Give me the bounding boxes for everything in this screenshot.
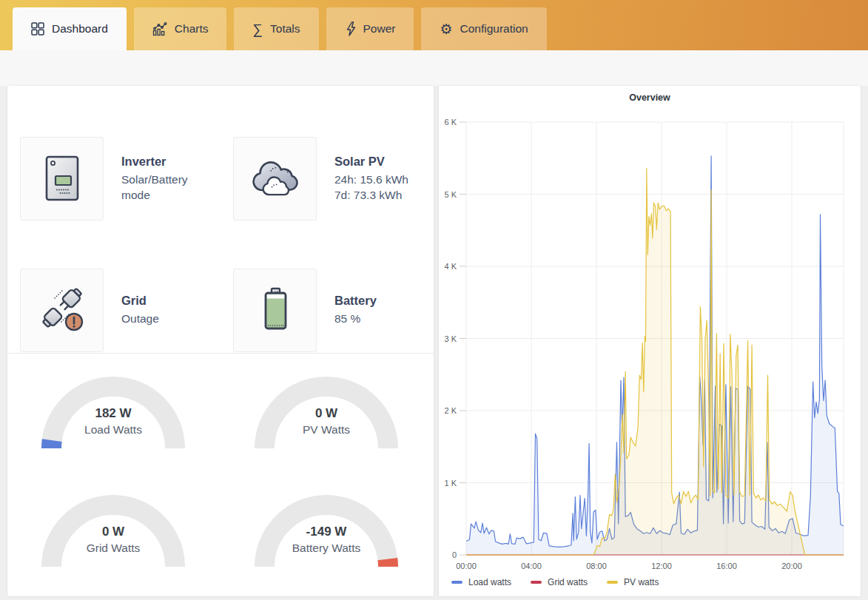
legend-label: Load watts [468,577,511,587]
tab-bar: Dashboard Charts ∑ Totals Power [0,0,868,50]
grid-watts-swatch [531,581,542,584]
device-line: Outage [121,311,159,326]
device-title: Inverter [121,155,188,169]
load-watts-gauge: 182 W Load Watts [39,374,187,449]
gauge-label: Load Watts [39,423,187,436]
gauge-label: Grid Watts [39,542,187,555]
inverter-card[interactable]: Inverter Solar/Battery mode [7,112,221,244]
battery-icon [233,269,317,352]
legend-label: Grid watts [548,577,588,587]
solar-dashboard-app: Dashboard Charts ∑ Totals Power [0,0,868,600]
device-line: 24h: 15.6 kWh [334,172,408,187]
grid-card[interactable]: Grid Outage [7,244,221,376]
solar-cloud-icon [233,137,317,220]
device-title: Battery [334,294,377,308]
gauge-label: Battery Watts [252,542,400,555]
battery-watts-gauge: -149 W Battery Watts [252,492,400,567]
svg-text:4 K: 4 K [444,262,457,271]
dashboard-grid-icon [31,22,44,36]
gauge-value: -149 W [252,525,400,539]
subheader-strip [0,50,868,86]
sigma-icon: ∑ [252,22,263,36]
tab-label: Power [363,22,396,36]
lightning-icon [345,21,356,36]
device-title: Grid [121,294,159,308]
gauge-value: 0 W [252,406,400,421]
tab-label: Dashboard [52,22,108,36]
device-title: Solar PV [334,155,408,169]
tab-label: Totals [270,22,300,36]
svg-text:04:00: 04:00 [521,562,542,570]
svg-text:6 K: 6 K [444,118,457,127]
load-watts-swatch [451,581,462,584]
svg-text:12:00: 12:00 [651,562,672,570]
solar-pv-card[interactable]: Solar PV 24h: 15.6 kWh 7d: 73.3 kWh [221,112,434,244]
time-series-chart[interactable]: 01 K2 K3 K4 K5 K6 K00:0004:0008:0012:001… [439,86,861,596]
tab-configuration[interactable]: ⚙ Configuration [421,7,546,50]
tab-label: Charts [175,22,209,36]
svg-text:1 K: 1 K [444,479,457,488]
svg-text:16:00: 16:00 [716,562,737,570]
gear-icon: ⚙ [440,22,452,36]
legend-item-load-watts[interactable]: Load watts [451,577,511,587]
gauge-label: PV Watts [252,423,400,436]
device-line: mode [121,187,188,203]
tab-charts[interactable]: Charts [134,7,227,50]
pv-watts-gauge: 0 W PV Watts [252,374,400,449]
device-cards: Inverter Solar/Battery mode [7,86,434,352]
legend-item-pv-watts[interactable]: PV watts [607,577,659,587]
tab-totals[interactable]: ∑ Totals [234,7,318,50]
pv-watts-swatch [607,581,618,584]
bar-chart-icon [152,22,167,36]
status-panel: Inverter Solar/Battery mode [7,86,434,596]
legend-item-grid-watts[interactable]: Grid watts [531,577,588,587]
grid-watts-gauge: 0 W Grid Watts [39,492,187,567]
device-line: Solar/Battery [121,172,188,187]
svg-text:20:00: 20:00 [781,562,802,570]
gauge-value: 182 W [39,406,187,421]
inverter-icon [20,137,104,220]
svg-text:2 K: 2 K [444,406,457,415]
tab-label: Configuration [460,22,528,36]
section-divider [7,353,434,354]
device-line: 7d: 73.3 kWh [334,187,408,203]
grid-plug-icon [20,269,104,352]
device-line: 85 % [334,311,377,326]
svg-text:3 K: 3 K [444,334,457,343]
legend-label: PV watts [624,577,659,587]
battery-card[interactable]: Battery 85 % [221,244,434,376]
tab-power[interactable]: Power [326,7,414,50]
chart-legend: Load watts Grid watts PV watts [451,577,659,587]
svg-text:00:00: 00:00 [456,562,477,570]
tab-dashboard[interactable]: Dashboard [13,7,127,50]
svg-text:5 K: 5 K [444,190,457,199]
svg-text:08:00: 08:00 [586,562,607,570]
overview-chart-panel: Overview 01 K2 K3 K4 K5 K6 K00:0004:0008… [439,86,861,596]
svg-text:0: 0 [452,550,457,559]
gauge-value: 0 W [39,525,187,539]
